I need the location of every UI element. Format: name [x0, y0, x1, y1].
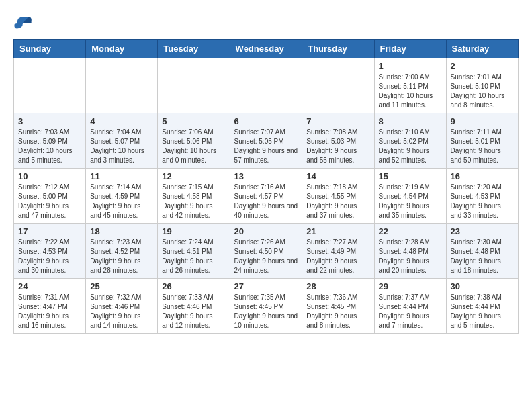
calendar-cell: 15Sunrise: 7:19 AM Sunset: 4:54 PM Dayli… [374, 169, 446, 224]
day-info: Sunrise: 7:27 AM Sunset: 4:49 PM Dayligh… [306, 238, 369, 275]
day-info: Sunrise: 7:07 AM Sunset: 5:05 PM Dayligh… [234, 128, 298, 165]
day-info: Sunrise: 7:11 AM Sunset: 5:01 PM Dayligh… [451, 128, 514, 165]
day-number: 1 [379, 61, 442, 71]
calendar-cell: 5Sunrise: 7:06 AM Sunset: 5:06 PM Daylig… [158, 113, 230, 169]
day-info: Sunrise: 7:28 AM Sunset: 4:48 PM Dayligh… [379, 238, 442, 275]
calendar-cell: 14Sunrise: 7:18 AM Sunset: 4:55 PM Dayli… [302, 169, 374, 224]
day-number: 9 [451, 116, 514, 126]
calendar-cell: 13Sunrise: 7:16 AM Sunset: 4:57 PM Dayli… [230, 169, 302, 224]
day-number: 3 [18, 116, 81, 126]
calendar-cell: 19Sunrise: 7:24 AM Sunset: 4:51 PM Dayli… [158, 224, 230, 279]
day-number: 23 [451, 226, 514, 236]
day-number: 17 [18, 226, 81, 236]
calendar-week-row: 1Sunrise: 7:00 AM Sunset: 5:11 PM Daylig… [14, 58, 519, 113]
weekday-header-sunday: Sunday [14, 40, 86, 58]
weekday-header-monday: Monday [86, 40, 158, 58]
day-number: 19 [162, 226, 225, 236]
day-number: 30 [451, 281, 514, 291]
day-number: 21 [306, 226, 369, 236]
day-info: Sunrise: 7:35 AM Sunset: 4:45 PM Dayligh… [234, 293, 298, 330]
day-number: 26 [162, 281, 225, 291]
day-info: Sunrise: 7:00 AM Sunset: 5:11 PM Dayligh… [379, 73, 442, 110]
calendar-cell [302, 58, 374, 113]
weekday-header-thursday: Thursday [302, 40, 374, 58]
calendar-cell: 20Sunrise: 7:26 AM Sunset: 4:50 PM Dayli… [230, 224, 302, 279]
day-number: 8 [379, 116, 442, 126]
calendar-week-row: 3Sunrise: 7:03 AM Sunset: 5:09 PM Daylig… [14, 113, 519, 169]
calendar-cell: 6Sunrise: 7:07 AM Sunset: 5:05 PM Daylig… [230, 113, 302, 169]
day-info: Sunrise: 7:22 AM Sunset: 4:53 PM Dayligh… [18, 238, 81, 275]
calendar-cell [86, 58, 158, 113]
day-number: 28 [306, 281, 369, 291]
day-info: Sunrise: 7:32 AM Sunset: 4:46 PM Dayligh… [90, 293, 153, 330]
calendar-cell: 18Sunrise: 7:23 AM Sunset: 4:52 PM Dayli… [86, 224, 158, 279]
calendar-cell: 7Sunrise: 7:08 AM Sunset: 5:03 PM Daylig… [302, 113, 374, 169]
calendar-cell: 23Sunrise: 7:30 AM Sunset: 4:48 PM Dayli… [446, 224, 518, 279]
day-number: 25 [90, 281, 153, 291]
day-number: 5 [162, 116, 225, 126]
day-number: 6 [234, 116, 298, 126]
calendar-cell: 25Sunrise: 7:32 AM Sunset: 4:46 PM Dayli… [86, 279, 158, 334]
day-info: Sunrise: 7:19 AM Sunset: 4:54 PM Dayligh… [379, 183, 442, 220]
day-number: 15 [379, 171, 442, 181]
day-info: Sunrise: 7:20 AM Sunset: 4:53 PM Dayligh… [451, 183, 514, 220]
day-number: 12 [162, 171, 225, 181]
day-info: Sunrise: 7:33 AM Sunset: 4:46 PM Dayligh… [162, 293, 225, 330]
day-number: 16 [451, 171, 514, 181]
day-number: 10 [18, 171, 81, 181]
calendar-cell: 11Sunrise: 7:14 AM Sunset: 4:59 PM Dayli… [86, 169, 158, 224]
calendar-cell: 24Sunrise: 7:31 AM Sunset: 4:47 PM Dayli… [14, 279, 86, 334]
calendar-cell: 8Sunrise: 7:10 AM Sunset: 5:02 PM Daylig… [374, 113, 446, 169]
day-info: Sunrise: 7:26 AM Sunset: 4:50 PM Dayligh… [234, 238, 298, 275]
weekday-header-wednesday: Wednesday [230, 40, 302, 58]
calendar-cell: 26Sunrise: 7:33 AM Sunset: 4:46 PM Dayli… [158, 279, 230, 334]
calendar-cell: 9Sunrise: 7:11 AM Sunset: 5:01 PM Daylig… [446, 113, 518, 169]
calendar-cell: 3Sunrise: 7:03 AM Sunset: 5:09 PM Daylig… [14, 113, 86, 169]
calendar-week-row: 24Sunrise: 7:31 AM Sunset: 4:47 PM Dayli… [14, 279, 519, 334]
calendar-cell: 27Sunrise: 7:35 AM Sunset: 4:45 PM Dayli… [230, 279, 302, 334]
day-info: Sunrise: 7:14 AM Sunset: 4:59 PM Dayligh… [90, 183, 153, 220]
day-number: 2 [451, 61, 514, 71]
calendar-cell: 12Sunrise: 7:15 AM Sunset: 4:58 PM Dayli… [158, 169, 230, 224]
calendar-cell: 21Sunrise: 7:27 AM Sunset: 4:49 PM Dayli… [302, 224, 374, 279]
calendar-cell: 29Sunrise: 7:37 AM Sunset: 4:44 PM Dayli… [374, 279, 446, 334]
day-number: 22 [379, 226, 442, 236]
weekday-header-friday: Friday [374, 40, 446, 58]
weekday-header-tuesday: Tuesday [158, 40, 230, 58]
day-number: 29 [379, 281, 442, 291]
day-info: Sunrise: 7:03 AM Sunset: 5:09 PM Dayligh… [18, 128, 81, 165]
day-info: Sunrise: 7:04 AM Sunset: 5:07 PM Dayligh… [90, 128, 153, 165]
day-info: Sunrise: 7:31 AM Sunset: 4:47 PM Dayligh… [18, 293, 81, 330]
logo [13, 13, 35, 32]
day-info: Sunrise: 7:10 AM Sunset: 5:02 PM Dayligh… [379, 128, 442, 165]
calendar-cell: 17Sunrise: 7:22 AM Sunset: 4:53 PM Dayli… [14, 224, 86, 279]
day-number: 7 [306, 116, 369, 126]
day-info: Sunrise: 7:16 AM Sunset: 4:57 PM Dayligh… [234, 183, 298, 220]
day-number: 13 [234, 171, 298, 181]
calendar-cell: 16Sunrise: 7:20 AM Sunset: 4:53 PM Dayli… [446, 169, 518, 224]
day-number: 14 [306, 171, 369, 181]
day-info: Sunrise: 7:12 AM Sunset: 5:00 PM Dayligh… [18, 183, 81, 220]
day-info: Sunrise: 7:15 AM Sunset: 4:58 PM Dayligh… [162, 183, 225, 220]
day-info: Sunrise: 7:36 AM Sunset: 4:45 PM Dayligh… [306, 293, 369, 330]
calendar-cell: 4Sunrise: 7:04 AM Sunset: 5:07 PM Daylig… [86, 113, 158, 169]
calendar-cell: 22Sunrise: 7:28 AM Sunset: 4:48 PM Dayli… [374, 224, 446, 279]
day-info: Sunrise: 7:37 AM Sunset: 4:44 PM Dayligh… [379, 293, 442, 330]
weekday-header-saturday: Saturday [446, 40, 518, 58]
calendar-week-row: 10Sunrise: 7:12 AM Sunset: 5:00 PM Dayli… [14, 169, 519, 224]
calendar-cell: 2Sunrise: 7:01 AM Sunset: 5:10 PM Daylig… [446, 58, 518, 113]
header [13, 13, 519, 32]
logo-icon [13, 13, 32, 32]
calendar-cell: 28Sunrise: 7:36 AM Sunset: 4:45 PM Dayli… [302, 279, 374, 334]
calendar-header: SundayMondayTuesdayWednesdayThursdayFrid… [14, 40, 519, 58]
day-info: Sunrise: 7:30 AM Sunset: 4:48 PM Dayligh… [451, 238, 514, 275]
calendar-cell: 30Sunrise: 7:38 AM Sunset: 4:44 PM Dayli… [446, 279, 518, 334]
calendar-cell [14, 58, 86, 113]
calendar-cell: 1Sunrise: 7:00 AM Sunset: 5:11 PM Daylig… [374, 58, 446, 113]
day-info: Sunrise: 7:01 AM Sunset: 5:10 PM Dayligh… [451, 73, 514, 110]
calendar-cell [230, 58, 302, 113]
day-number: 27 [234, 281, 298, 291]
day-info: Sunrise: 7:24 AM Sunset: 4:51 PM Dayligh… [162, 238, 225, 275]
day-info: Sunrise: 7:38 AM Sunset: 4:44 PM Dayligh… [451, 293, 514, 330]
day-number: 11 [90, 171, 153, 181]
